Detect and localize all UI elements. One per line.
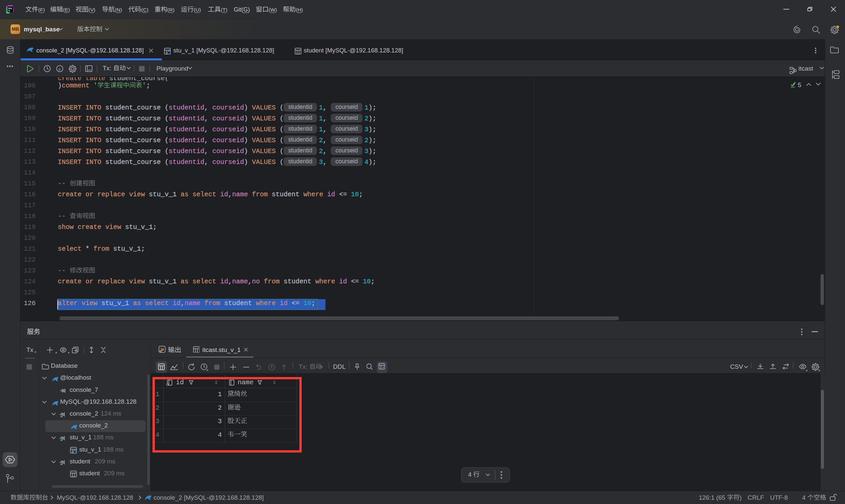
svg-text:DG: DG xyxy=(8,7,12,10)
svg-text:p: p xyxy=(59,67,61,71)
